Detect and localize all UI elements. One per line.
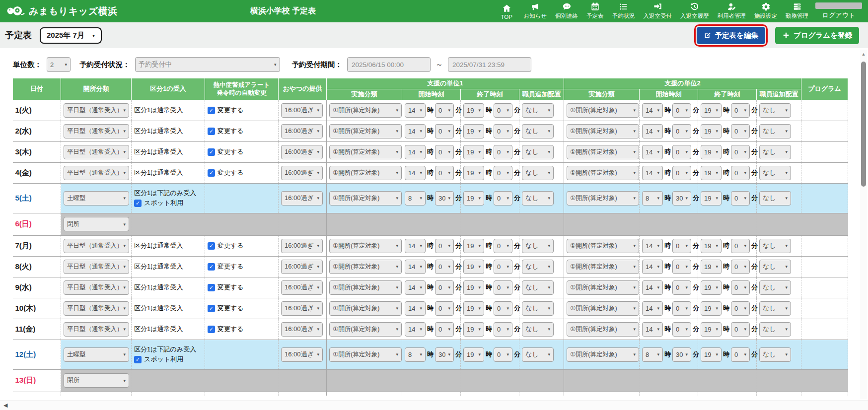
start-hour-select[interactable]: 14▾ — [642, 166, 663, 180]
spot-use-checkbox[interactable]: ✓スポット利用 — [134, 199, 202, 207]
snack-select[interactable]: 16:00過ぎ▾ — [281, 239, 323, 253]
staff-select[interactable]: なし▾ — [522, 124, 554, 138]
start-minute-select[interactable]: 0▾ — [435, 124, 454, 138]
start-minute-select[interactable]: 0▾ — [435, 280, 454, 295]
staff-select[interactable]: なし▾ — [522, 191, 554, 205]
nav-item-list[interactable]: 予約状況 — [612, 2, 635, 20]
staff-select[interactable]: なし▾ — [522, 280, 554, 295]
staff-select[interactable]: なし▾ — [522, 260, 554, 274]
end-minute-select[interactable]: 0▾ — [494, 260, 512, 274]
alert-change-checkbox[interactable]: ✓変更する — [208, 106, 244, 115]
month-select[interactable]: 2025年 7月 ▾ — [40, 27, 102, 44]
reservation-status-select[interactable]: 予約受付中 ▾ — [135, 57, 280, 72]
edit-schedule-button[interactable]: 予定表を編集 — [697, 27, 765, 44]
start-hour-select[interactable]: 14▾ — [642, 301, 663, 316]
start-hour-select[interactable]: 8▾ — [405, 347, 426, 362]
category-select[interactable]: ①開所(算定対象)▾ — [329, 322, 402, 337]
staff-select[interactable]: なし▾ — [759, 301, 791, 316]
end-minute-select[interactable]: 0▾ — [494, 347, 512, 362]
category-select[interactable]: ①開所(算定対象)▾ — [567, 124, 639, 138]
nav-item-enter[interactable]: 入退室受付 — [644, 2, 672, 20]
app-logo[interactable]: みまもりキッズ横浜 — [6, 4, 118, 19]
start-minute-select[interactable]: 0▾ — [672, 301, 691, 316]
end-minute-select[interactable]: 0▾ — [731, 166, 750, 180]
staff-select[interactable]: なし▾ — [759, 322, 791, 337]
staff-select[interactable]: なし▾ — [759, 145, 791, 159]
end-hour-select[interactable]: 19▾ — [463, 124, 484, 138]
category-select[interactable]: ①開所(算定対象)▾ — [567, 280, 639, 295]
start-hour-select[interactable]: 14▾ — [405, 239, 426, 253]
start-minute-select[interactable]: 30▾ — [435, 347, 454, 362]
nav-item-server[interactable]: 勤務管理 — [786, 2, 808, 20]
open-class-select[interactable]: 平日型（通常受入）▾ — [64, 260, 129, 274]
end-minute-select[interactable]: 0▾ — [731, 124, 750, 138]
start-hour-select[interactable]: 14▾ — [642, 260, 663, 274]
nav-item-megaphone[interactable]: お知らせ — [523, 2, 547, 20]
open-class-select[interactable]: 平日型（通常受入）▾ — [64, 301, 129, 316]
staff-select[interactable]: なし▾ — [522, 322, 554, 337]
start-minute-select[interactable]: 0▾ — [672, 145, 691, 159]
staff-select[interactable]: なし▾ — [522, 347, 554, 362]
end-hour-select[interactable]: 19▾ — [701, 322, 722, 337]
category-select[interactable]: ①開所(算定対象)▾ — [567, 191, 639, 205]
end-hour-select[interactable]: 19▾ — [701, 191, 722, 205]
category-select[interactable]: ①開所(算定対象)▾ — [329, 280, 402, 295]
category-select[interactable]: ①開所(算定対象)▾ — [567, 347, 639, 362]
staff-select[interactable]: なし▾ — [759, 166, 791, 180]
snack-select[interactable]: 16:00過ぎ▾ — [281, 103, 323, 118]
start-minute-select[interactable]: 0▾ — [672, 322, 691, 337]
staff-select[interactable]: なし▾ — [759, 124, 791, 138]
staff-select[interactable]: なし▾ — [759, 280, 791, 295]
start-minute-select[interactable]: 30▾ — [672, 191, 691, 205]
start-hour-select[interactable]: 14▾ — [405, 145, 426, 159]
period-end-input[interactable]: 2025/07/31 23:59 — [448, 57, 531, 72]
category-select[interactable]: ①開所(算定対象)▾ — [329, 301, 402, 316]
end-minute-select[interactable]: 0▾ — [731, 239, 750, 253]
start-hour-select[interactable]: 8▾ — [642, 347, 663, 362]
start-minute-select[interactable]: 0▾ — [435, 166, 454, 180]
vertical-scrollbar[interactable]: ▲ — [860, 50, 867, 399]
start-minute-select[interactable]: 30▾ — [435, 191, 454, 205]
end-minute-select[interactable]: 0▾ — [494, 191, 512, 205]
end-minute-select[interactable]: 0▾ — [494, 103, 512, 118]
end-minute-select[interactable]: 0▾ — [494, 145, 512, 159]
end-hour-select[interactable]: 19▾ — [463, 280, 484, 295]
open-class-select[interactable]: 平日型（通常受入）▾ — [64, 103, 129, 118]
start-hour-select[interactable]: 14▾ — [642, 322, 663, 337]
snack-select[interactable]: 16:00過ぎ▾ — [281, 260, 323, 274]
end-hour-select[interactable]: 19▾ — [701, 347, 722, 362]
end-minute-select[interactable]: 0▾ — [494, 239, 512, 253]
snack-select[interactable]: 16:00過ぎ▾ — [281, 145, 323, 159]
start-minute-select[interactable]: 0▾ — [672, 239, 691, 253]
end-minute-select[interactable]: 0▾ — [494, 322, 512, 337]
category-select[interactable]: ①開所(算定対象)▾ — [329, 103, 402, 118]
category-select[interactable]: ①開所(算定対象)▾ — [567, 322, 639, 337]
nav-item-home[interactable]: TOP — [498, 3, 515, 20]
staff-select[interactable]: なし▾ — [522, 166, 554, 180]
open-class-select[interactable]: 平日型（通常受入）▾ — [64, 322, 129, 337]
end-minute-select[interactable]: 0▾ — [494, 124, 512, 138]
start-hour-select[interactable]: 14▾ — [405, 166, 426, 180]
spot-use-checkbox[interactable]: ✓スポット利用 — [134, 355, 202, 364]
start-hour-select[interactable]: 14▾ — [405, 260, 426, 274]
start-minute-select[interactable]: 0▾ — [672, 280, 691, 295]
end-hour-select[interactable]: 19▾ — [463, 347, 484, 362]
staff-select[interactable]: なし▾ — [759, 347, 791, 362]
start-hour-select[interactable]: 14▾ — [642, 239, 663, 253]
start-minute-select[interactable]: 0▾ — [672, 124, 691, 138]
nav-item-gear[interactable]: 施設設定 — [754, 2, 777, 20]
open-class-select[interactable]: 平日型（通常受入）▾ — [64, 239, 129, 253]
end-minute-select[interactable]: 0▾ — [731, 347, 750, 362]
start-hour-select[interactable]: 8▾ — [405, 191, 426, 205]
end-hour-select[interactable]: 19▾ — [463, 145, 484, 159]
start-hour-select[interactable]: 14▾ — [405, 301, 426, 316]
category-select[interactable]: ①開所(算定対象)▾ — [567, 239, 639, 253]
staff-select[interactable]: なし▾ — [522, 239, 554, 253]
end-minute-select[interactable]: 0▾ — [731, 145, 750, 159]
open-class-select[interactable]: 閉所▾ — [64, 373, 129, 388]
alert-change-checkbox[interactable]: ✓変更する — [208, 325, 244, 334]
start-hour-select[interactable]: 14▾ — [405, 124, 426, 138]
nav-item-calendar[interactable]: 予定表 — [586, 2, 604, 20]
start-minute-select[interactable]: 0▾ — [435, 103, 454, 118]
end-hour-select[interactable]: 19▾ — [701, 124, 722, 138]
